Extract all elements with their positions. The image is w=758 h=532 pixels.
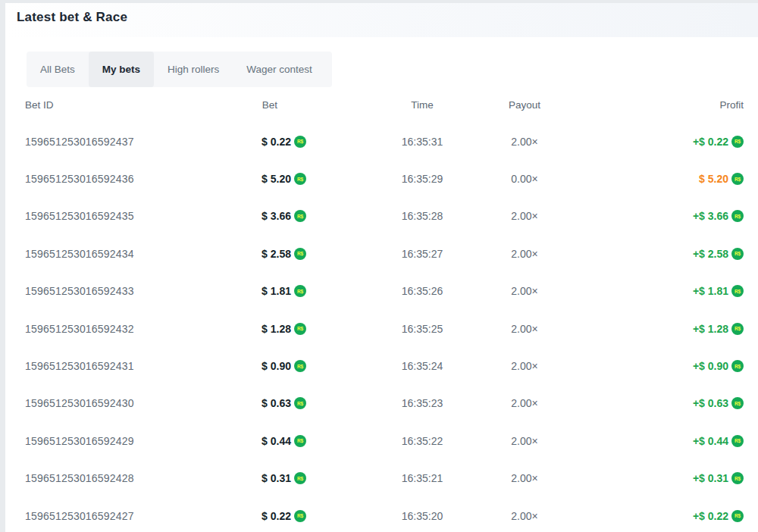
profit-cell: +$ 0.90R$: [612, 347, 744, 384]
payout-cell: 0.00×: [471, 160, 578, 197]
brl-currency-icon: R$: [294, 285, 306, 297]
brl-currency-icon: R$: [731, 248, 744, 260]
bet-amount-value: $ 5.20: [262, 173, 291, 185]
table-row[interactable]: 159651253016592428$ 0.31R$16:35:212.00×+…: [5, 460, 758, 497]
bet-amount-value: $ 1.81: [262, 285, 291, 297]
bet-amount-cell: $ 0.90R$: [111, 347, 306, 384]
payout-cell: 2.00×: [471, 385, 578, 422]
time-cell: 16:35:26: [369, 273, 475, 310]
payout-cell: 2.00×: [471, 235, 578, 272]
bet-amount-cell: $ 1.28R$: [111, 310, 306, 347]
payout-cell: 2.00×: [471, 273, 578, 310]
bet-amount-cell: $ 5.20R$: [111, 160, 306, 197]
bet-amount-value: $ 0.31: [262, 472, 291, 484]
profit-amount-value: +$ 1.28: [693, 323, 728, 335]
table-row[interactable]: 159651253016592427$ 0.22R$16:35:202.00×+…: [5, 497, 758, 532]
payout-cell: 2.00×: [471, 422, 578, 459]
profit-amount-value: +$ 2.58: [693, 248, 728, 260]
page-title: Latest bet & Race: [17, 10, 127, 25]
tab-high-rollers[interactable]: High rollers: [154, 52, 233, 87]
brl-currency-icon: R$: [731, 173, 744, 185]
tab-my-bets[interactable]: My bets: [89, 52, 154, 87]
tab-wager-contest[interactable]: Wager contest: [233, 52, 326, 87]
tab-all-bets[interactable]: All Bets: [27, 52, 89, 87]
time-cell: 16:35:23: [369, 385, 475, 422]
brl-currency-icon: R$: [294, 136, 306, 148]
bet-amount-cell: $ 0.22R$: [111, 123, 306, 160]
brl-currency-icon: R$: [294, 435, 306, 447]
profit-cell: +$ 1.28R$: [612, 310, 744, 347]
time-cell: 16:35:24: [369, 347, 475, 384]
time-cell: 16:35:29: [369, 160, 475, 197]
time-cell: 16:35:28: [369, 198, 475, 235]
brl-currency-icon: R$: [731, 360, 744, 372]
bets-card: Latest bet & Race All Bets My bets High …: [5, 3, 758, 532]
time-cell: 16:35:21: [369, 460, 475, 497]
profit-cell: $ 5.20R$: [612, 160, 744, 197]
brl-currency-icon: R$: [731, 397, 744, 409]
time-cell: 16:35:20: [369, 497, 475, 532]
brl-currency-icon: R$: [731, 136, 744, 148]
bets-tab-bar: All Bets My bets High rollers Wager cont…: [27, 52, 332, 87]
bet-amount-cell: $ 2.58R$: [111, 235, 306, 272]
bet-amount-value: $ 0.44: [262, 435, 291, 447]
column-header-bet-id: Bet ID: [25, 99, 54, 111]
payout-cell: 2.00×: [471, 198, 578, 235]
payout-cell: 2.00×: [471, 460, 578, 497]
profit-cell: +$ 0.63R$: [612, 385, 744, 422]
time-cell: 16:35:31: [369, 123, 475, 160]
bet-amount-cell: $ 0.22R$: [111, 497, 306, 532]
brl-currency-icon: R$: [294, 173, 306, 185]
profit-amount-value: $ 5.20: [699, 173, 728, 185]
bet-amount-cell: $ 1.81R$: [111, 273, 306, 310]
profit-amount-value: +$ 1.81: [693, 285, 728, 297]
profit-cell: +$ 0.44R$: [612, 422, 744, 459]
brl-currency-icon: R$: [294, 210, 306, 222]
bet-amount-value: $ 3.66: [262, 210, 291, 222]
brl-currency-icon: R$: [294, 323, 306, 335]
profit-cell: +$ 1.81R$: [612, 273, 744, 310]
profit-amount-value: +$ 0.22: [693, 510, 728, 522]
profit-amount-value: +$ 3.66: [693, 210, 728, 222]
bet-amount-cell: $ 0.31R$: [111, 460, 306, 497]
table-row[interactable]: 159651253016592437$ 0.22R$16:35:312.00×+…: [5, 123, 758, 160]
table-row[interactable]: 159651253016592436$ 5.20R$16:35:290.00×$…: [5, 160, 758, 197]
profit-cell: +$ 0.22R$: [612, 123, 744, 160]
profit-cell: +$ 2.58R$: [612, 235, 744, 272]
column-header-payout: Payout: [471, 99, 578, 111]
bet-amount-value: $ 0.22: [262, 510, 291, 522]
profit-cell: +$ 0.31R$: [612, 460, 744, 497]
payout-cell: 2.00×: [471, 310, 578, 347]
brl-currency-icon: R$: [731, 510, 744, 522]
table-row[interactable]: 159651253016592435$ 3.66R$16:35:282.00×+…: [5, 198, 758, 235]
profit-amount-value: +$ 0.63: [693, 397, 728, 409]
bet-amount-value: $ 2.58: [262, 248, 291, 260]
column-header-time: Time: [369, 99, 475, 111]
brl-currency-icon: R$: [731, 323, 744, 335]
payout-cell: 2.00×: [471, 497, 578, 532]
table-row[interactable]: 159651253016592430$ 0.63R$16:35:232.00×+…: [5, 385, 758, 422]
brl-currency-icon: R$: [294, 510, 306, 522]
table-row[interactable]: 159651253016592432$ 1.28R$16:35:252.00×+…: [5, 310, 758, 347]
table-row[interactable]: 159651253016592434$ 2.58R$16:35:272.00×+…: [5, 235, 758, 272]
table-row[interactable]: 159651253016592433$ 1.81R$16:35:262.00×+…: [5, 273, 758, 310]
time-cell: 16:35:22: [369, 422, 475, 459]
column-header-bet: Bet: [111, 99, 292, 111]
brl-currency-icon: R$: [294, 248, 306, 260]
brl-currency-icon: R$: [294, 397, 306, 409]
table-header-row: Bet ID Bet Time Payout Profit: [5, 95, 758, 117]
table-row[interactable]: 159651253016592431$ 0.90R$16:35:242.00×+…: [5, 347, 758, 384]
table-row[interactable]: 159651253016592429$ 0.44R$16:35:222.00×+…: [5, 422, 758, 459]
profit-amount-value: +$ 0.44: [693, 435, 728, 447]
bet-amount-cell: $ 0.63R$: [111, 385, 306, 422]
bet-amount-cell: $ 3.66R$: [111, 198, 306, 235]
column-header-profit: Profit: [612, 99, 744, 111]
profit-amount-value: +$ 0.22: [693, 136, 728, 148]
bet-amount-value: $ 1.28: [262, 323, 291, 335]
bet-amount-value: $ 0.90: [262, 360, 291, 372]
brl-currency-icon: R$: [294, 360, 306, 372]
time-cell: 16:35:27: [369, 235, 475, 272]
brl-currency-icon: R$: [294, 472, 306, 484]
profit-cell: +$ 0.22R$: [612, 497, 744, 532]
brl-currency-icon: R$: [731, 472, 744, 484]
